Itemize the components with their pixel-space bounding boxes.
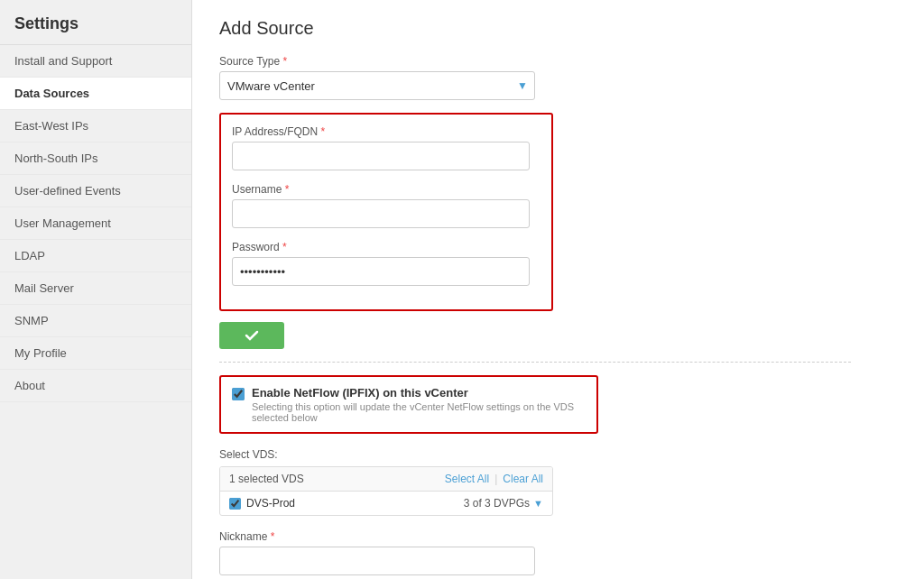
- password-input[interactable]: [232, 257, 530, 286]
- sidebar-title: Settings: [0, 0, 191, 45]
- verify-button[interactable]: [219, 322, 284, 349]
- sidebar: Settings Install and Support Data Source…: [0, 0, 192, 579]
- sidebar-item-user-defined-events[interactable]: User-defined Events: [0, 175, 191, 207]
- vds-row: DVS-Prod 3 of 3 DVPGs ▼: [220, 492, 552, 515]
- source-type-wrapper: VMware vCenter ▼: [219, 71, 535, 100]
- vds-header-actions: Select All | Clear All: [445, 473, 543, 485]
- username-label: Username *: [232, 183, 541, 196]
- page-title: Add Source: [219, 18, 897, 39]
- vds-label: Select VDS:: [219, 448, 897, 461]
- source-type-select[interactable]: VMware vCenter: [219, 71, 535, 100]
- vds-selected-count: 1 selected VDS: [229, 473, 304, 485]
- ip-address-group: IP Address/FQDN * vcsa65.testlab.local: [232, 125, 541, 170]
- password-group: Password *: [232, 241, 541, 286]
- vds-clear-all-link[interactable]: Clear All: [503, 473, 543, 485]
- sidebar-item-east-west-ips[interactable]: East-West IPs: [0, 110, 191, 142]
- sidebar-item-install-support[interactable]: Install and Support: [0, 45, 191, 78]
- credentials-section: IP Address/FQDN * vcsa65.testlab.local U…: [219, 113, 553, 311]
- sidebar-item-data-sources[interactable]: Data Sources: [0, 78, 191, 110]
- sidebar-item-north-south-ips[interactable]: North-South IPs: [0, 142, 191, 175]
- ip-address-input[interactable]: vcsa65.testlab.local: [232, 142, 530, 170]
- vds-section: Select VDS: 1 selected VDS Select All | …: [219, 448, 897, 516]
- sidebar-item-mail-server[interactable]: Mail Server: [0, 272, 191, 305]
- netflow-section: Enable NetFlow (IPFIX) on this vCenter S…: [219, 375, 598, 434]
- source-type-label: Source Type *: [219, 55, 897, 68]
- check-icon: [245, 328, 259, 343]
- vds-dvs-prod-label: DVS-Prod: [246, 497, 295, 510]
- sidebar-item-about[interactable]: About: [0, 370, 191, 402]
- netflow-subtitle: Selecting this option will update the vC…: [252, 401, 586, 423]
- netflow-text: Enable NetFlow (IPFIX) on this vCenter S…: [252, 386, 586, 423]
- vds-dvpg-count: 3 of 3 DVPGs: [464, 497, 530, 510]
- nickname-input[interactable]: DVS-Prod: [219, 547, 535, 575]
- vds-separator: |: [494, 473, 497, 485]
- username-group: Username * administrator@vcsa65.local: [232, 183, 541, 228]
- vds-row-left: DVS-Prod: [229, 497, 295, 510]
- sidebar-item-my-profile[interactable]: My Profile: [0, 337, 191, 370]
- chevron-down-icon[interactable]: ▼: [533, 498, 543, 509]
- section-divider: [219, 362, 851, 363]
- vds-table: 1 selected VDS Select All | Clear All DV…: [219, 466, 553, 516]
- nickname-group: Nickname * DVS-Prod: [219, 530, 897, 575]
- ip-address-label: IP Address/FQDN *: [232, 125, 541, 138]
- netflow-title: Enable NetFlow (IPFIX) on this vCenter: [252, 386, 586, 400]
- sidebar-item-ldap[interactable]: LDAP: [0, 240, 191, 272]
- sidebar-item-user-management[interactable]: User Management: [0, 207, 191, 240]
- netflow-checkbox[interactable]: [232, 388, 245, 400]
- nickname-label: Nickname *: [219, 530, 897, 543]
- password-label: Password *: [232, 241, 541, 253]
- source-type-group: Source Type * VMware vCenter ▼: [219, 55, 897, 100]
- main-content: Add Source Source Type * VMware vCenter …: [192, 0, 924, 579]
- vds-select-all-link[interactable]: Select All: [445, 473, 489, 485]
- vds-row-right: 3 of 3 DVPGs ▼: [464, 497, 543, 510]
- username-input[interactable]: administrator@vcsa65.local: [232, 199, 530, 228]
- vds-table-header: 1 selected VDS Select All | Clear All: [220, 467, 552, 492]
- check-button-group: [219, 322, 897, 349]
- vds-dvs-prod-checkbox[interactable]: [229, 498, 241, 510]
- sidebar-item-snmp[interactable]: SNMP: [0, 305, 191, 337]
